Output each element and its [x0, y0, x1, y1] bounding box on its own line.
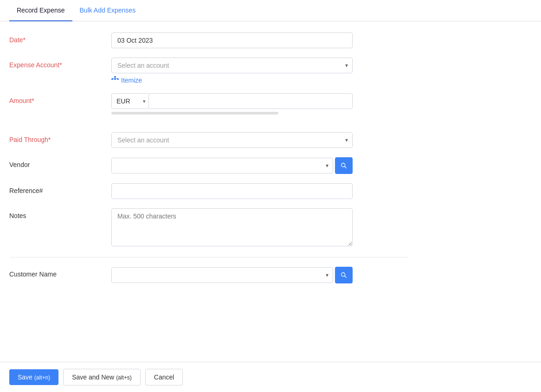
customer-name-field: ▾ [111, 267, 353, 283]
customer-name-select[interactable] [111, 267, 333, 283]
amount-row: Amount* EUR USD GBP ▾ [9, 93, 408, 115]
tab-bulk-add-expenses[interactable]: Bulk Add Expenses [72, 0, 143, 21]
expense-account-select-wrapper: Select an account ▾ [111, 58, 353, 73]
currency-select[interactable]: EUR USD GBP [111, 93, 148, 109]
expense-account-select[interactable]: Select an account [111, 58, 353, 73]
notes-field [111, 208, 353, 248]
reference-input[interactable] [111, 183, 353, 199]
date-input[interactable] [111, 32, 353, 48]
customer-search-icon [341, 271, 347, 279]
date-label: Date* [9, 32, 111, 44]
date-row: Date* [9, 32, 408, 48]
cancel-button[interactable]: Cancel [145, 369, 183, 386]
svg-line-8 [345, 167, 347, 168]
itemize-link[interactable]: Itemize [111, 76, 142, 84]
form-container: Date* Expense Account* Select an account… [0, 21, 418, 304]
customer-name-select-wrapper: ▾ [111, 267, 333, 283]
amount-label: Amount* [9, 93, 111, 104]
paid-through-field: Select an account ▾ [111, 132, 353, 148]
vendor-select-wrapper: ▾ [111, 158, 333, 174]
notes-textarea[interactable] [111, 208, 353, 246]
vendor-search-icon [341, 162, 347, 169]
reference-row: Reference# [9, 183, 408, 199]
expense-account-label: Expense Account* [9, 58, 111, 69]
reference-label: Reference# [9, 183, 111, 194]
tabs-bar: Record Expense Bulk Add Expenses [0, 0, 541, 21]
customer-name-label: Customer Name [9, 267, 111, 278]
notes-row: Notes [9, 208, 408, 248]
paid-through-select-wrapper: Select an account ▾ [111, 132, 353, 148]
svg-rect-0 [114, 76, 116, 77]
notes-label: Notes [9, 208, 111, 219]
section-divider [9, 257, 408, 257]
expense-account-row: Expense Account* Select an account ▾ [9, 58, 408, 84]
footer-buttons: Save (alt+n) Save and New (alt+s) Cancel [0, 362, 541, 392]
vendor-select[interactable] [111, 158, 333, 174]
save-and-new-button[interactable]: Save and New (alt+s) [63, 369, 141, 386]
amount-input[interactable] [148, 93, 353, 109]
vendor-label: Vendor [9, 157, 111, 168]
customer-name-input-group: ▾ [111, 267, 353, 283]
paid-through-row: Paid Through* Select an account ▾ [9, 132, 408, 148]
amount-progress-bar-container [111, 112, 278, 115]
expense-account-field: Select an account ▾ [111, 58, 353, 84]
save-button[interactable]: Save (alt+n) [9, 369, 58, 385]
tab-record-expense[interactable]: Record Expense [9, 0, 72, 21]
spacer-1 [9, 124, 408, 132]
customer-name-row: Customer Name ▾ [9, 267, 408, 283]
vendor-field: ▾ [111, 157, 353, 174]
vendor-input-group: ▾ [111, 157, 353, 174]
itemize-icon [111, 76, 119, 84]
svg-line-10 [345, 276, 347, 278]
vendor-row: Vendor ▾ [9, 157, 408, 174]
itemize-label: Itemize [121, 77, 142, 84]
page-container: Record Expense Bulk Add Expenses Date* E… [0, 0, 541, 392]
paid-through-label: Paid Through* [9, 132, 111, 143]
amount-input-group: EUR USD GBP ▾ [111, 93, 353, 109]
currency-select-wrapper: EUR USD GBP ▾ [111, 93, 148, 109]
reference-field [111, 183, 353, 199]
paid-through-select[interactable]: Select an account [111, 132, 353, 148]
date-field [111, 32, 353, 48]
amount-field: EUR USD GBP ▾ [111, 93, 353, 115]
vendor-search-button[interactable] [335, 157, 353, 174]
customer-name-search-button[interactable] [335, 267, 353, 283]
